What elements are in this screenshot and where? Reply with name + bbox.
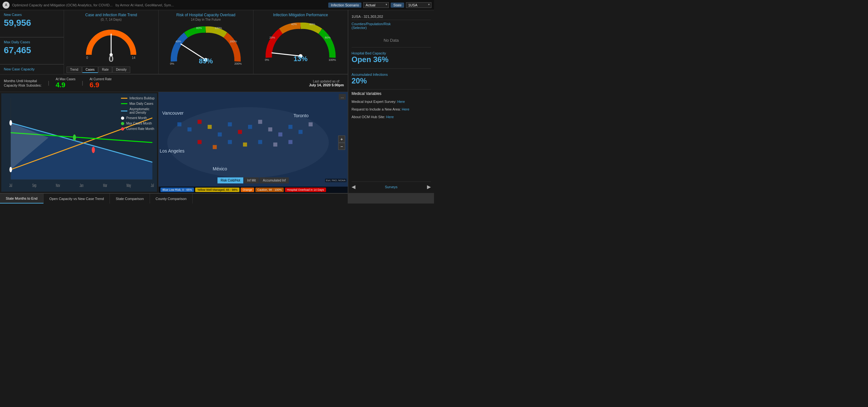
inf-gauge-value: 13% [293,55,308,63]
trend-gauge-wrap: 0 14 0 [83,25,140,64]
map-btn-acc-inf[interactable]: Accumulated Inf [259,177,289,183]
svg-rect-41 [198,120,202,124]
app-title: Optimized Capacity and Mitigation (OCM) … [12,3,328,7]
rp-nav-prev[interactable]: ◀ [351,184,355,190]
svg-text:Los Angeles: Los Angeles [160,148,185,154]
legend-infections-label: Infections Buildup [129,96,154,100]
hospital-gauge-value: 89% [199,57,213,65]
rp-new-area-link[interactable]: Here [402,107,409,111]
tab-open-capacity[interactable]: Open Capacity vs New Case Trend [43,194,110,204]
main-grid: New Cases 59,956 Max Daily Cases 67,465 … [0,10,434,204]
legend-max-cases-icon [121,122,124,125]
tab-county-comparison[interactable]: County Comparison [150,194,193,204]
legend-max-cases: Max Cases Month [121,122,154,125]
legend-current-rate-label: Current Rate Month [126,127,154,131]
rp-selector-link[interactable]: Counties/Population/Risk (Selector) [351,22,431,30]
divider-2: | [82,80,83,86]
rp-new-area-label: Request to Include a New Area: [351,107,401,111]
legend-caution: Caution, 98 - 100% [255,188,284,192]
tab-state-months[interactable]: State Months to End [0,194,43,204]
rp-med-input: Medical Input Expert Survey: Here [351,100,431,103]
legend-max-daily-icon [121,103,127,104]
legend-max-daily-label: Max Daily Cases [129,102,153,105]
legend-current-rate: Current Rate Month [121,127,154,131]
legend-present-label: Present Month [126,116,147,120]
map-more-button[interactable]: ... [339,94,346,100]
svg-rect-52 [309,122,313,126]
app-logo: A [3,2,9,9]
inf-gauge-container: 0% 20% 40% 60% 80% 100% 13% [256,18,345,66]
legend-asymptomatic-label: Asymptomaticand Density [129,107,149,114]
map-btn-risk[interactable]: Risk Cold/Hot [217,177,243,183]
svg-text:Mar: Mar [103,183,107,188]
svg-text:Jul: Jul [151,183,154,188]
svg-rect-55 [228,140,232,144]
tabs-row: State Months to End Open Capacity vs New… [0,193,348,204]
top-bar-controls: Infection Scenario Actual State 1USA [328,2,431,8]
rp-ocm-link[interactable]: Here [386,115,394,119]
at-max-value: 4.9 [56,81,75,89]
rp-ocm-label: About OCM Hub Site: [351,115,385,119]
months-row: Months Until HospitalCapacity Risk Subsi… [0,74,348,92]
map-zoom-in[interactable]: + [338,135,345,143]
scenario-select[interactable]: Actual [363,2,389,8]
max-daily-value: 67,465 [4,45,60,55]
svg-rect-42 [208,125,212,129]
svg-text:Nov: Nov [56,183,60,188]
svg-text:100%: 100% [329,58,336,61]
legend-current-rate-icon [121,127,124,131]
map-zoom-out[interactable]: − [338,143,345,150]
trend-gauge: 0 14 0 [66,23,156,65]
scenario-select-wrap: Actual [363,2,389,8]
legend-yellow: Yellow Well Managed, 65 - 98% [195,188,240,192]
svg-text:Jan: Jan [80,183,84,188]
gauge-min-label: 0 [86,56,88,60]
trend-chart-title: Case and Infection Rate Trend [66,13,156,17]
svg-text:0%: 0% [265,58,269,61]
right-panel: 1USA - 321,303,202 Counties/Population/R… [348,10,434,193]
rp-nav-label: Surveys [385,185,398,189]
update-label: Last updated as of: [309,80,344,83]
svg-rect-40 [188,127,192,131]
svg-text:160%: 160% [229,40,237,43]
svg-rect-47 [258,120,262,124]
legend-present: Present Month [121,116,154,120]
svg-rect-43 [218,132,222,137]
svg-point-28 [73,135,76,141]
trend-chart-tabs: Trend Cases Rate Density [66,67,156,73]
legend-orange: Orange [241,188,254,192]
rp-no-data: No Data [351,38,431,43]
rp-ocm: About OCM Hub Site: Here [351,115,431,119]
legend-infections: Infections Buildup [121,96,154,100]
legend-asymptomatic: Asymptomaticand Density [121,107,154,114]
svg-rect-48 [269,127,273,131]
tab-density[interactable]: Density [113,67,130,73]
rp-acc-section: Accumulated Infections 20% [351,68,431,85]
rp-bed-value: Open 36% [351,55,431,64]
line-chart-area: Jul Sep Nov Jan Mar May Jul Infections B… [1,93,157,192]
map-buttons: Risk Cold/Hot Inf Mit Accumulated Inf [159,177,348,183]
rp-nav-next[interactable]: ▶ [427,184,431,190]
hospital-risk-title: Risk of Hospital Capacity Overload [161,13,250,17]
tab-rate[interactable]: Rate [98,67,112,73]
svg-point-26 [9,167,12,172]
new-cases-box: New Cases 59,956 [0,10,64,37]
map-btn-inf-mit[interactable]: Inf Mit [244,177,259,183]
legend-overload: Hospital Overload in 14 Days [285,188,326,192]
tab-state-comparison[interactable]: State Comparison [110,194,150,204]
map-legend: Blue Low Risk, 0 - 65% Yellow Well Manag… [159,187,348,193]
tab-cases[interactable]: Cases [82,67,98,73]
legend-max-daily: Max Daily Cases [121,102,154,105]
max-daily-label: Max Daily Cases [4,40,60,44]
state-select[interactable]: 1USA [406,2,431,8]
rp-bed-label: Hospital Bed Capacity [351,51,431,55]
rp-med-input-link[interactable]: Here [397,100,405,103]
tab-trend[interactable]: Trend [66,67,82,73]
rp-bed-section: Hospital Bed Capacity Open 36% [351,47,431,64]
svg-rect-54 [213,145,217,149]
svg-rect-56 [243,143,247,147]
inf-mitigation-title: Infection Mitigation Performance [256,13,345,17]
state-label: State [391,3,404,8]
svg-point-29 [92,147,95,153]
svg-text:80%: 80% [325,36,331,39]
